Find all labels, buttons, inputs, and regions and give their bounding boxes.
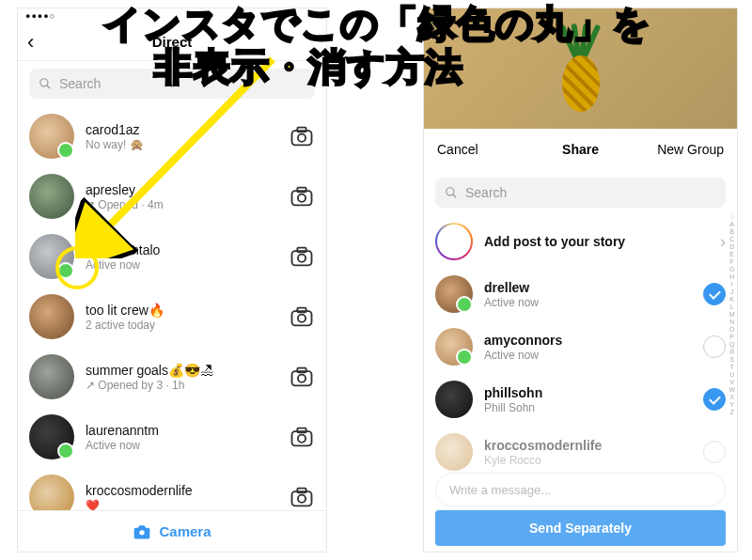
svg-line-1 xyxy=(47,86,51,89)
svg-rect-2 xyxy=(292,131,312,145)
share-sub: Kyle Rocco xyxy=(484,454,703,467)
svg-rect-11 xyxy=(292,311,312,325)
dm-name: laurenanntm xyxy=(86,423,289,438)
search-icon xyxy=(39,77,52,90)
camera-icon[interactable] xyxy=(289,484,315,510)
svg-rect-5 xyxy=(292,191,312,205)
svg-point-3 xyxy=(298,134,306,142)
avatar[interactable] xyxy=(435,328,473,366)
camera-icon[interactable] xyxy=(289,243,315,270)
dm-sub: 2 active today xyxy=(86,319,289,332)
share-title: Share xyxy=(562,142,599,157)
chevron-right-icon: › xyxy=(720,232,726,252)
avatar[interactable] xyxy=(29,354,74,399)
dm-name: carod1az xyxy=(86,122,289,137)
svg-rect-20 xyxy=(292,491,312,506)
dm-row[interactable]: apresley↗ Opened · 4m xyxy=(18,166,326,226)
story-ring-icon xyxy=(435,223,473,260)
camera-icon[interactable] xyxy=(289,424,315,450)
dm-sub: ↗ Opened · 4m xyxy=(86,198,289,211)
camera-filled-icon xyxy=(133,522,151,541)
dm-sub: Active now xyxy=(86,258,289,272)
camera-icon[interactable] xyxy=(289,123,315,149)
avatar[interactable] xyxy=(29,414,74,459)
camera-icon[interactable] xyxy=(289,183,315,210)
avatar[interactable] xyxy=(435,275,473,313)
dm-name: anneisantalo xyxy=(86,242,289,257)
share-name: drellew xyxy=(484,280,703,295)
share-row[interactable]: amyconnorsActive now xyxy=(424,320,737,373)
svg-rect-14 xyxy=(292,371,312,385)
phone-right-share: Cancel Share New Group Search Add post t… xyxy=(423,8,738,552)
share-name: amyconnors xyxy=(484,333,703,348)
svg-point-15 xyxy=(298,375,306,382)
new-group-button[interactable]: New Group xyxy=(657,142,724,157)
camera-footer-label: Camera xyxy=(159,523,211,539)
dm-name: summer goals💰😎🏖 xyxy=(86,363,289,378)
overlay-caption: インスタでこの「緑色の丸」を 非表示・消す方法 xyxy=(103,2,651,88)
svg-point-21 xyxy=(298,495,306,503)
select-circle[interactable] xyxy=(703,335,726,358)
share-sub: Active now xyxy=(484,349,703,362)
share-name: phillsohn xyxy=(484,385,703,400)
alpha-index[interactable]: ☆ABCDEFGHIJKLMNOPQRSTUVWXYZ xyxy=(728,213,735,416)
add-to-story-row[interactable]: Add post to your story › xyxy=(424,215,737,268)
svg-point-12 xyxy=(298,315,306,322)
overlay-line2: 非表示・消す方法 xyxy=(103,46,463,87)
search-icon xyxy=(445,186,458,199)
avatar[interactable] xyxy=(435,381,473,418)
svg-rect-8 xyxy=(292,251,312,265)
svg-line-25 xyxy=(453,194,457,198)
dm-sub: Active now xyxy=(86,439,289,452)
share-name: kroccosmodernlife xyxy=(484,438,703,453)
svg-point-23 xyxy=(140,530,145,535)
svg-point-6 xyxy=(298,194,306,202)
dm-row[interactable]: too lit crew🔥2 active today xyxy=(18,287,326,347)
svg-rect-10 xyxy=(297,248,306,253)
dm-row[interactable]: carod1azNo way! 🙊 xyxy=(18,106,326,166)
svg-point-24 xyxy=(446,188,454,195)
overlay-line1: インスタでこの「緑色の丸」を xyxy=(103,3,651,44)
svg-point-9 xyxy=(298,255,306,262)
camera-footer-button[interactable]: Camera xyxy=(18,510,326,552)
dm-name: too lit crew🔥 xyxy=(86,303,289,318)
share-sub: Phill Sohn xyxy=(484,401,703,414)
select-circle[interactable] xyxy=(703,441,726,463)
select-circle[interactable] xyxy=(703,283,726,305)
svg-rect-7 xyxy=(297,188,306,193)
avatar[interactable] xyxy=(29,174,74,219)
svg-point-0 xyxy=(40,79,48,86)
share-bar: Cancel Share New Group xyxy=(424,129,737,170)
svg-rect-16 xyxy=(297,368,306,373)
dm-row[interactable]: laurenanntmActive now xyxy=(18,407,326,467)
camera-icon[interactable] xyxy=(289,364,315,390)
share-search-input[interactable]: Search xyxy=(435,178,726,208)
search-placeholder: Search xyxy=(465,185,507,200)
avatar[interactable] xyxy=(29,114,74,159)
dm-name: kroccosmodernlife xyxy=(86,483,289,498)
send-label: Send Separately xyxy=(529,521,632,536)
signal-dots-icon: ●●●●○ xyxy=(25,11,55,21)
avatar[interactable] xyxy=(29,294,74,339)
send-separately-button[interactable]: Send Separately xyxy=(435,510,726,546)
add-story-label: Add post to your story xyxy=(484,234,720,249)
share-row[interactable]: kroccosmodernlifeKyle Rocco xyxy=(424,426,737,478)
back-chevron-icon[interactable]: ‹ xyxy=(27,30,34,54)
svg-rect-19 xyxy=(297,428,306,433)
dm-row[interactable]: summer goals💰😎🏖↗ Opened by 3 · 1h xyxy=(18,347,326,407)
message-placeholder: Write a message... xyxy=(449,483,551,497)
select-circle[interactable] xyxy=(703,388,726,411)
highlight-ring-icon xyxy=(55,246,99,289)
dm-name: apresley xyxy=(86,182,289,197)
cancel-button[interactable]: Cancel xyxy=(437,142,478,157)
avatar[interactable] xyxy=(435,433,473,471)
svg-point-18 xyxy=(298,435,306,443)
share-row[interactable]: drellewActive now xyxy=(424,268,737,320)
svg-rect-17 xyxy=(292,431,312,445)
svg-rect-4 xyxy=(297,128,306,132)
dm-sub: No way! 🙊 xyxy=(86,138,289,151)
camera-icon[interactable] xyxy=(289,303,315,330)
message-input[interactable]: Write a message... xyxy=(435,473,726,506)
share-row[interactable]: phillsohnPhill Sohn xyxy=(424,373,737,426)
search-placeholder: Search xyxy=(59,76,101,91)
